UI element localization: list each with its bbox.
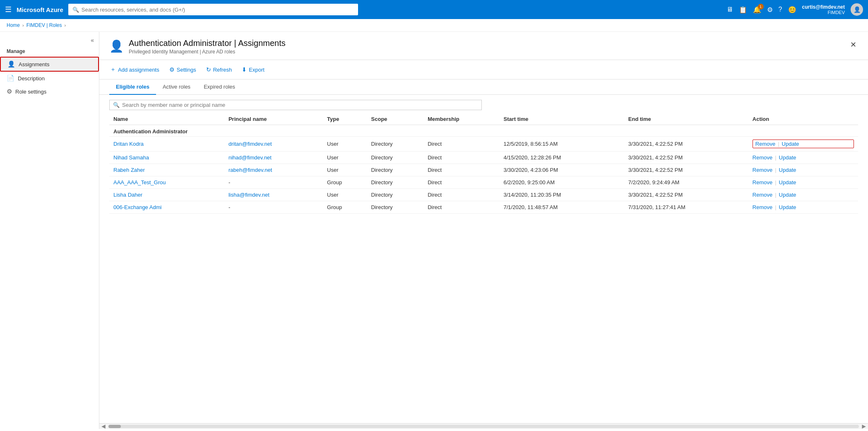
name-link[interactable]: Dritan Kodra bbox=[113, 141, 144, 147]
cell-type: User bbox=[323, 164, 367, 176]
table-group-header: Authentication Administrator bbox=[109, 125, 858, 137]
cell-end: 3/30/2021, 4:22:52 PM bbox=[624, 152, 748, 164]
principal-link[interactable]: rabeh@fimdev.net bbox=[228, 167, 272, 173]
table-row: 006-Exchange Admi - Group Directory Dire… bbox=[109, 201, 858, 214]
cell-principal: rabeh@fimdev.net bbox=[224, 164, 323, 176]
col-scope: Scope bbox=[367, 113, 424, 125]
sidebar-item-description[interactable]: 📄 Description bbox=[0, 72, 99, 85]
cell-membership: Direct bbox=[423, 152, 499, 164]
cell-principal: - bbox=[224, 201, 323, 214]
remove-link[interactable]: Remove bbox=[753, 154, 772, 161]
name-link[interactable]: 006-Exchange Admi bbox=[113, 204, 161, 210]
cell-end: 7/31/2020, 11:27:41 AM bbox=[624, 201, 748, 214]
table-search[interactable]: 🔍 bbox=[109, 100, 482, 110]
account-icon[interactable]: 😊 bbox=[788, 6, 796, 14]
remove-link[interactable]: Remove bbox=[753, 192, 772, 198]
action-sep: | bbox=[775, 167, 776, 173]
refresh-button[interactable]: ↻ Refresh bbox=[205, 65, 233, 75]
tab-active-roles[interactable]: Active roles bbox=[156, 79, 197, 95]
add-assignments-label: Add assignments bbox=[118, 67, 159, 73]
directory-icon[interactable]: 📋 bbox=[739, 6, 747, 14]
update-link[interactable]: Update bbox=[779, 192, 796, 198]
settings-icon[interactable]: ⚙ bbox=[767, 6, 773, 14]
principal-link[interactable]: lisha@fimdev.net bbox=[228, 192, 269, 198]
global-search-bar[interactable]: 🔍 bbox=[68, 4, 358, 15]
cell-membership: Direct bbox=[423, 137, 499, 152]
sidebar-item-assignments-label: Assignments bbox=[19, 61, 49, 67]
table-row: Nihad Samaha nihad@fimdev.net User Direc… bbox=[109, 152, 858, 164]
name-link[interactable]: AAA_AAA_Test_Grou bbox=[113, 179, 166, 185]
name-link[interactable]: Nihad Samaha bbox=[113, 154, 149, 161]
cell-name: Lisha Daher bbox=[109, 189, 224, 201]
update-link[interactable]: Update bbox=[779, 179, 796, 185]
add-assignments-button[interactable]: ＋ Add assignments bbox=[109, 64, 160, 75]
action-sep: | bbox=[775, 154, 776, 161]
table-row: Dritan Kodra dritan@fimdev.net User Dire… bbox=[109, 137, 858, 152]
remove-link-highlighted[interactable]: Remove bbox=[755, 141, 775, 147]
table-search-icon: 🔍 bbox=[113, 102, 120, 108]
settings-button[interactable]: ⚙ Settings bbox=[168, 65, 197, 75]
export-button[interactable]: ⬇ Export bbox=[241, 65, 265, 75]
cell-start: 12/5/2019, 8:56:15 AM bbox=[500, 137, 624, 152]
cell-scope: Directory bbox=[367, 189, 424, 201]
scroll-left-arrow[interactable]: ◄ bbox=[100, 423, 107, 429]
action-cell: Remove | Update bbox=[753, 154, 854, 161]
breadcrumb-sep-1: › bbox=[22, 23, 24, 28]
cell-membership: Direct bbox=[423, 189, 499, 201]
principal-link[interactable]: nihad@fimdev.net bbox=[228, 154, 272, 161]
cell-name: Dritan Kodra bbox=[109, 137, 224, 152]
top-navigation: ☰ Microsoft Azure 🔍 🖥 📋 🔔 1 ⚙ ? 😊 curtis… bbox=[0, 0, 868, 19]
table-row: Rabeh Zaher rabeh@fimdev.net User Direct… bbox=[109, 164, 858, 176]
feedback-icon[interactable]: 🖥 bbox=[726, 6, 733, 13]
sidebar-item-role-settings-label: Role settings bbox=[15, 89, 46, 95]
scroll-track[interactable] bbox=[108, 425, 859, 428]
col-membership: Membership bbox=[423, 113, 499, 125]
scroll-thumb[interactable] bbox=[108, 425, 121, 428]
cell-type: User bbox=[323, 189, 367, 201]
cell-end: 3/30/2021, 4:22:52 PM bbox=[624, 164, 748, 176]
tab-expired-roles[interactable]: Expired roles bbox=[197, 79, 242, 95]
update-link-highlighted[interactable]: Update bbox=[782, 141, 799, 147]
cell-end: 7/2/2020, 9:24:49 AM bbox=[624, 176, 748, 189]
name-link[interactable]: Rabeh Zaher bbox=[113, 167, 145, 173]
remove-link[interactable]: Remove bbox=[753, 204, 772, 210]
main-layout: « Manage 👤 Assignments 📄 Description ⚙ R… bbox=[0, 32, 868, 429]
action-sep: | bbox=[775, 179, 776, 185]
sidebar-collapse-btn[interactable]: « bbox=[0, 37, 99, 47]
update-link[interactable]: Update bbox=[779, 167, 796, 173]
global-search-input[interactable] bbox=[82, 7, 354, 13]
principal-link[interactable]: dritan@fimdev.net bbox=[228, 141, 272, 147]
name-link[interactable]: Lisha Daher bbox=[113, 192, 142, 198]
group-header-label: Authentication Administrator bbox=[109, 125, 858, 137]
remove-link[interactable]: Remove bbox=[753, 167, 772, 173]
update-link[interactable]: Update bbox=[779, 204, 796, 210]
tab-eligible-roles[interactable]: Eligible roles bbox=[109, 79, 156, 95]
remove-link[interactable]: Remove bbox=[753, 179, 772, 185]
cell-action: Remove | Update bbox=[748, 164, 858, 176]
user-info[interactable]: curtis@fimdev.net FIMDEV bbox=[802, 4, 845, 15]
update-link[interactable]: Update bbox=[779, 154, 796, 161]
scroll-right-arrow[interactable]: ► bbox=[861, 423, 867, 429]
hamburger-icon[interactable]: ☰ bbox=[5, 5, 12, 14]
horizontal-scrollbar[interactable]: ◄ ► bbox=[99, 423, 868, 429]
user-avatar[interactable]: 👤 bbox=[851, 3, 863, 16]
help-icon[interactable]: ? bbox=[779, 6, 782, 13]
cell-name: 006-Exchange Admi bbox=[109, 201, 224, 214]
cell-start: 4/15/2020, 12:28:26 PM bbox=[500, 152, 624, 164]
breadcrumb-home[interactable]: Home bbox=[7, 22, 20, 28]
cell-principal: lisha@fimdev.net bbox=[224, 189, 323, 201]
cell-scope: Directory bbox=[367, 152, 424, 164]
cell-action: Remove | Update bbox=[748, 137, 858, 152]
refresh-icon: ↻ bbox=[206, 66, 211, 73]
cell-start: 7/1/2020, 11:48:57 AM bbox=[500, 201, 624, 214]
breadcrumb-tenant[interactable]: FIMDEV | Roles bbox=[26, 22, 62, 28]
cell-principal: dritan@fimdev.net bbox=[224, 137, 323, 152]
action-cell-highlighted: Remove | Update bbox=[753, 140, 854, 148]
sidebar-item-assignments[interactable]: 👤 Assignments bbox=[0, 57, 99, 72]
sidebar-item-role-settings[interactable]: ⚙ Role settings bbox=[0, 85, 99, 98]
close-button[interactable]: ✕ bbox=[849, 39, 858, 51]
page-header-icon: 👤 bbox=[109, 39, 124, 53]
settings-gear-icon: ⚙ bbox=[169, 66, 175, 73]
notification-icon[interactable]: 🔔 1 bbox=[753, 6, 761, 14]
table-search-input[interactable] bbox=[122, 102, 478, 108]
